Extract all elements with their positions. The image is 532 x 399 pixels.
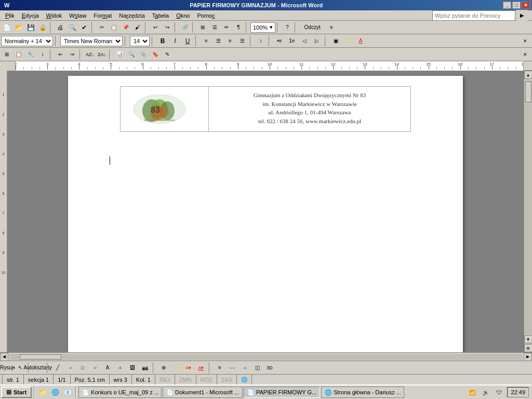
columns-button[interactable]: ☰: [209, 22, 220, 33]
tb3-btn4[interactable]: ↕: [37, 49, 48, 60]
tray-icon-2[interactable]: 🔊: [480, 387, 491, 398]
align-left-button[interactable]: ≡: [201, 35, 212, 47]
tb3-btn11[interactable]: 📎: [138, 49, 149, 60]
close-doc-button[interactable]: ✕: [326, 22, 337, 33]
new-button[interactable]: 📄: [1, 22, 12, 33]
menu-tabela[interactable]: Tabela: [149, 11, 172, 20]
taskbar-task-3[interactable]: 📄 PAPIER FIRMOWY G...: [244, 387, 320, 398]
close-fmt-button[interactable]: ✕: [520, 35, 531, 47]
menu-wstaw[interactable]: Wstaw: [66, 11, 89, 20]
line-style-tool[interactable]: ≡: [214, 362, 225, 374]
font-color-draw-tool[interactable]: A▾: [195, 362, 207, 374]
horizontal-scrollbar[interactable]: ◀ ▶: [0, 352, 532, 361]
taskbar-task-2[interactable]: 📄 Dokument1 - Microsoft ...: [163, 387, 243, 398]
underline-button[interactable]: U: [182, 35, 193, 47]
clip-art-tool[interactable]: 🖼: [127, 362, 138, 374]
tray-icon-3[interactable]: 🛡: [494, 387, 505, 398]
dash-style-tool[interactable]: - -: [227, 362, 238, 374]
taskbar-task-4[interactable]: 🌐 Strona główna - Dariusz ...: [321, 387, 404, 398]
copy-button[interactable]: 📋: [108, 22, 119, 33]
border-button[interactable]: ▣: [330, 35, 341, 47]
ellipse-tool[interactable]: ○: [89, 362, 101, 374]
line-spacing-button[interactable]: ↕: [255, 35, 267, 47]
restore-button[interactable]: □: [512, 2, 521, 9]
tb3-btn5[interactable]: ⇐: [55, 49, 66, 60]
tb3-btn9[interactable]: 📊: [114, 49, 125, 60]
align-justify-button[interactable]: ☰: [236, 35, 248, 47]
scroll-down-button[interactable]: ▼: [524, 335, 533, 343]
hscroll-right-button[interactable]: ▶: [524, 353, 532, 361]
permission-button[interactable]: 🔒: [37, 22, 48, 33]
menu-pomoc[interactable]: Pomoc: [194, 11, 218, 20]
taskbar-icon-2[interactable]: 🌐: [49, 387, 61, 398]
hyperlink-button[interactable]: 🔗: [179, 22, 191, 33]
shadow-tool[interactable]: ◫: [251, 362, 263, 374]
taskbar-icon-3[interactable]: 📧: [62, 387, 73, 398]
tb3-btn1[interactable]: ⊞: [1, 49, 12, 60]
tb3-btn10[interactable]: 🔍: [126, 49, 137, 60]
font-color-button[interactable]: A: [355, 35, 366, 47]
arrow-tool[interactable]: →: [64, 362, 76, 374]
highlight-button[interactable]: A: [342, 35, 354, 47]
tb3-btn2[interactable]: 📋: [13, 49, 24, 60]
arrow-style-tool[interactable]: →: [239, 362, 250, 374]
bullets-button[interactable]: •≡: [274, 35, 285, 47]
undo-button[interactable]: ↩: [150, 22, 161, 33]
minimize-button[interactable]: _: [503, 2, 511, 9]
format-painter-button[interactable]: 🖌: [132, 22, 143, 33]
help-icon-button[interactable]: ?: [282, 22, 293, 33]
print-button[interactable]: 🖨: [55, 22, 66, 33]
cut-button[interactable]: ✂: [96, 22, 108, 33]
print-preview-button[interactable]: 🔍: [66, 22, 78, 33]
document-page[interactable]: 83 Gimnazjum z Oddziałami Dwujęzycznymi …: [68, 76, 463, 352]
document-area[interactable]: 83 Gimnazjum z Oddziałami Dwujęzycznymi …: [7, 71, 524, 352]
draw-menu-button[interactable]: Rysuj ▾: [2, 362, 14, 374]
scroll-thumb[interactable]: [525, 82, 531, 102]
open-button[interactable]: 📂: [13, 22, 24, 33]
help-input[interactable]: [432, 10, 515, 21]
style-dropdown[interactable]: Normalny + 14: [1, 36, 53, 46]
tb3-btn8[interactable]: ZA↓: [96, 49, 108, 60]
show-hide-button[interactable]: ¶: [233, 22, 244, 33]
font-dropdown[interactable]: Times New Roman: [60, 36, 123, 46]
tb3-close[interactable]: ✕: [520, 49, 531, 60]
autoshapes-button[interactable]: Autokształty ▾: [33, 362, 45, 374]
close-button[interactable]: ✕: [522, 2, 530, 9]
hscroll-track[interactable]: [9, 354, 523, 360]
increase-indent-button[interactable]: ▷: [311, 35, 323, 47]
help-arrow-button[interactable]: ▶: [516, 10, 528, 21]
size-dropdown[interactable]: 14: [130, 36, 150, 46]
scroll-track[interactable]: [525, 79, 532, 335]
redo-button[interactable]: ↪: [162, 22, 173, 33]
numbering-button[interactable]: 1≡: [286, 35, 298, 47]
align-center-button[interactable]: ☰: [212, 35, 224, 47]
drawing-button[interactable]: ✏: [221, 22, 232, 33]
decrease-indent-button[interactable]: ◁: [299, 35, 310, 47]
italic-button[interactable]: I: [169, 35, 181, 47]
wordart-tool[interactable]: A: [114, 362, 126, 374]
menu-widok[interactable]: Widok: [43, 11, 65, 20]
tb3-btn6[interactable]: ⇒: [66, 49, 78, 60]
menu-edycja[interactable]: Edycja: [19, 11, 42, 20]
spell-button[interactable]: ✔: [78, 22, 90, 33]
tb3-btn3[interactable]: 🔧: [25, 49, 36, 60]
zoom-dropdown[interactable]: 100% ▾: [250, 22, 275, 33]
menu-okno[interactable]: Okno: [173, 11, 193, 20]
line-color-tool[interactable]: A▾: [183, 362, 194, 374]
odczyt-button[interactable]: Odczyt: [299, 22, 325, 33]
scroll-up-button[interactable]: ▲: [524, 71, 533, 79]
tb3-btn13[interactable]: ✎: [162, 49, 173, 60]
vertical-scrollbar[interactable]: ▲ ▼ ⊕: [524, 71, 532, 352]
table-button[interactable]: ⊞: [197, 22, 208, 33]
window-controls[interactable]: _ □ ✕: [503, 2, 530, 9]
page-down-button[interactable]: ⊕: [524, 344, 533, 352]
diagram-tool[interactable]: ⊕: [158, 362, 169, 374]
menu-format[interactable]: Format: [90, 11, 115, 20]
textbox-tool[interactable]: A: [102, 362, 113, 374]
3d-tool[interactable]: 3D: [264, 362, 275, 374]
hscroll-thumb[interactable]: [20, 354, 61, 360]
start-button[interactable]: ⊞ Start: [1, 387, 32, 398]
bold-button[interactable]: B: [157, 35, 168, 47]
tb3-btn12[interactable]: 🔖: [150, 49, 161, 60]
taskbar-task-1[interactable]: 📄 Konkurs o UE_maj_09 z ...: [78, 387, 162, 398]
